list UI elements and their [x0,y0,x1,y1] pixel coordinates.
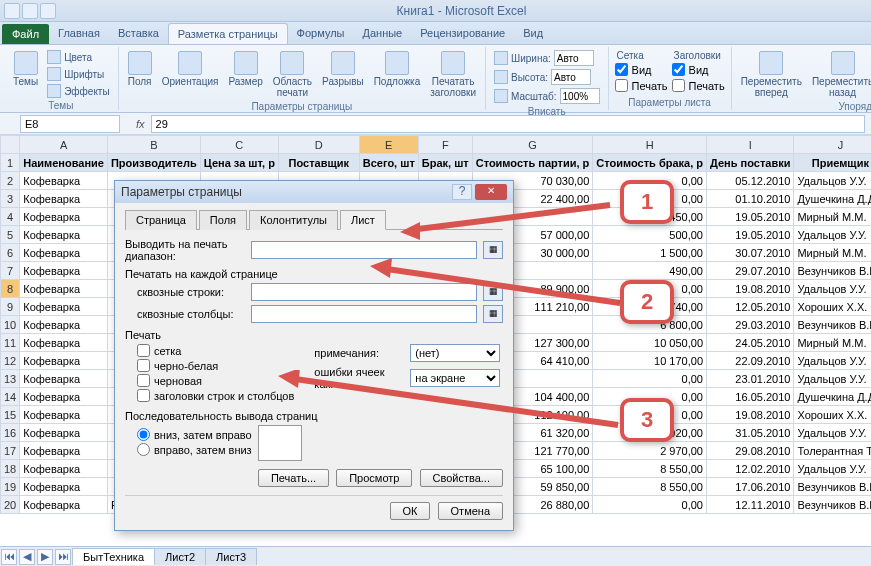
cell[interactable]: Кофеварка [20,298,108,316]
table-header-cell[interactable]: Приемщик [794,154,871,172]
col-header-C[interactable]: C [200,136,278,154]
qat-redo-icon[interactable] [40,3,56,19]
dialog-tab-0[interactable]: Страница [125,210,197,230]
row-header-15[interactable]: 15 [1,406,20,424]
cols-input[interactable] [251,305,477,323]
table-header-cell[interactable]: Наименование [20,154,108,172]
row-header-12[interactable]: 12 [1,352,20,370]
row-header-2[interactable]: 2 [1,172,20,190]
cell[interactable]: 30.07.2010 [707,244,794,262]
scale-input[interactable] [560,88,600,104]
table-header-cell[interactable]: Брак, шт [418,154,472,172]
width-control[interactable]: Ширина: [492,49,602,67]
sheet-nav-first[interactable]: ⏮ [1,549,17,565]
cell[interactable]: Кофеварка [20,262,108,280]
table-header-cell[interactable]: Стоимость брака, р [593,154,707,172]
cell[interactable]: 29.08.2010 [707,442,794,460]
table-header-cell[interactable]: День поставки [707,154,794,172]
ribbon-tab-1[interactable]: Вставка [109,23,168,44]
col-header-G[interactable]: G [472,136,593,154]
row-header-10[interactable]: 10 [1,316,20,334]
ribbon-tab-0[interactable]: Главная [49,23,109,44]
dialog-titlebar[interactable]: Параметры страницы ? ✕ [115,181,513,203]
cell[interactable]: 0,00 [593,370,707,388]
row-header-7[interactable]: 7 [1,262,20,280]
ok-button[interactable]: ОК [390,502,431,520]
row-header-4[interactable]: 4 [1,208,20,226]
cell[interactable]: 10 170,00 [593,352,707,370]
row-header-3[interactable]: 3 [1,190,20,208]
sheet-nav-prev[interactable]: ◀ [19,549,35,565]
col-header-D[interactable]: D [278,136,359,154]
cell[interactable]: Везунчиков В.В. [794,262,871,280]
dialog-close-icon[interactable]: ✕ [475,184,507,200]
cell[interactable]: Кофеварка [20,388,108,406]
row-header-8[interactable]: 8 [1,280,20,298]
cell[interactable]: Кофеварка [20,352,108,370]
cell[interactable]: 8 550,00 [593,460,707,478]
sheet-tab-0[interactable]: БытТехника [72,548,155,565]
cell[interactable]: Удальцов У.У. [794,352,871,370]
table-header-cell[interactable]: Всего, шт [359,154,418,172]
cell[interactable]: Кофеварка [20,424,108,442]
print-range-ref-icon[interactable]: ▦ [483,241,503,259]
scale-control[interactable]: Масштаб: [492,87,602,105]
row-header-11[interactable]: 11 [1,334,20,352]
ribbon-tab-4[interactable]: Данные [353,23,411,44]
table-header-cell[interactable]: Производитель [107,154,200,172]
col-header-H[interactable]: H [593,136,707,154]
row-header-17[interactable]: 17 [1,442,20,460]
cell[interactable]: Кофеварка [20,208,108,226]
cell[interactable]: 24.05.2010 [707,334,794,352]
cell[interactable]: 490,00 [593,262,707,280]
cell[interactable]: Кофеварка [20,280,108,298]
cell[interactable]: Удальцов У.У. [794,424,871,442]
themes-button[interactable]: Темы [10,49,41,89]
name-box[interactable] [20,115,120,133]
page-setup-btn-2[interactable]: Размер [225,49,265,89]
row-header-16[interactable]: 16 [1,424,20,442]
col-header-E[interactable]: E [359,136,418,154]
headings-print-check[interactable]: Печать [672,79,725,92]
cell[interactable]: 17.06.2010 [707,478,794,496]
row-header-19[interactable]: 19 [1,478,20,496]
row-header-14[interactable]: 14 [1,388,20,406]
dialog-tab-3[interactable]: Лист [340,210,386,230]
cell[interactable]: Удальцов У.У. [794,370,871,388]
col-header-A[interactable]: A [20,136,108,154]
cell[interactable]: Кофеварка [20,478,108,496]
cell[interactable]: Везунчиков В.В. [794,496,871,514]
sheet-nav-last[interactable]: ⏭ [55,549,71,565]
cell[interactable]: Удальцов У.У. [794,226,871,244]
cell[interactable]: Везунчиков В.В. [794,478,871,496]
comments-select[interactable]: (нет) [410,344,500,362]
options-button[interactable]: Свойства... [420,469,503,487]
cell[interactable]: Кофеварка [20,190,108,208]
col-header-I[interactable]: I [707,136,794,154]
cell[interactable]: 19.05.2010 [707,208,794,226]
print-range-input[interactable] [251,241,477,259]
col-header-B[interactable]: B [107,136,200,154]
qat-save-icon[interactable] [4,3,20,19]
cell[interactable]: 01.10.2010 [707,190,794,208]
cell[interactable]: Кофеварка [20,172,108,190]
cell[interactable]: Кофеварка [20,496,108,514]
cell[interactable]: 19.08.2010 [707,280,794,298]
cell[interactable]: 19.08.2010 [707,406,794,424]
cell[interactable]: Кофеварка [20,442,108,460]
print-button[interactable]: Печать... [258,469,329,487]
cell[interactable]: Кофеварка [20,370,108,388]
cell[interactable]: 10 050,00 [593,334,707,352]
height-control[interactable]: Высота: [492,68,602,86]
select-all-corner[interactable] [1,136,20,154]
colors-button[interactable]: Цвета [45,49,111,65]
ribbon-tab-3[interactable]: Формулы [288,23,354,44]
cell[interactable]: Кофеварка [20,244,108,262]
cell[interactable]: 500,00 [593,226,707,244]
rows-ref-icon[interactable]: ▦ [483,283,503,301]
dialog-help-icon[interactable]: ? [452,184,472,200]
page-setup-btn-0[interactable]: Поля [125,49,155,89]
cell[interactable]: Кофеварка [20,226,108,244]
row-header-20[interactable]: 20 [1,496,20,514]
cell[interactable]: 23.01.2010 [707,370,794,388]
